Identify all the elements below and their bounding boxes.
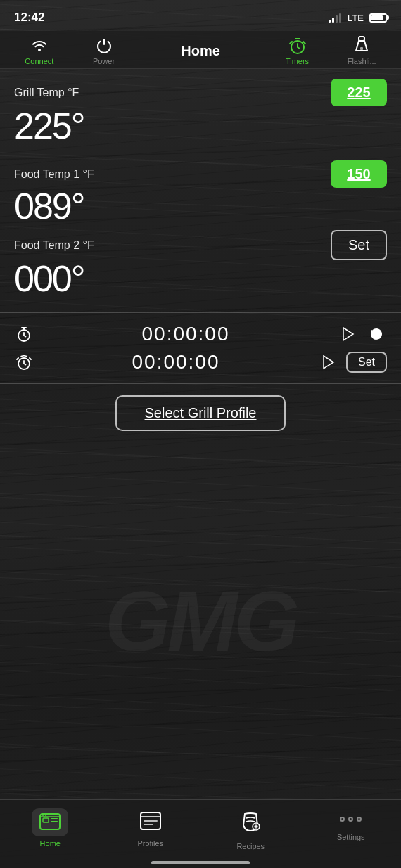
nav-flashlight[interactable]: Flashli... (329, 37, 394, 65)
svg-point-12 (42, 815, 44, 816)
timers-label: Timers (286, 57, 309, 65)
gmg-logo-watermark: GMG (0, 442, 401, 799)
timer-1-play-button[interactable] (338, 324, 359, 345)
home-icon-wrap (32, 808, 68, 836)
select-grill-profile-button[interactable]: Select Grill Profile (115, 395, 286, 431)
tab-recipes[interactable]: Recipes (200, 805, 301, 853)
recipes-icon-wrap (232, 808, 269, 839)
signal-bars-icon (329, 13, 341, 23)
food-temp-2-set-button[interactable]: Set (331, 230, 387, 260)
home-indicator (0, 862, 401, 868)
svg-point-0 (38, 49, 41, 51)
alarm-clock-icon (14, 354, 34, 371)
food-temp-2-label: Food Temp 2 °F (14, 239, 94, 252)
timer-section: 00:00:00 (0, 313, 401, 384)
svg-marker-5 (343, 328, 353, 340)
status-bar: 12:42 LTE (0, 0, 401, 31)
power-label: Power (93, 57, 115, 65)
grill-temp-set-button[interactable]: 225 (331, 79, 387, 106)
tab-home[interactable]: Home (0, 805, 101, 850)
stopwatch-icon (14, 326, 34, 343)
profile-section: Select Grill Profile (0, 384, 401, 442)
tab-settings[interactable]: Settings (301, 805, 402, 844)
tab-home-label: Home (40, 839, 61, 848)
status-icons: LTE (329, 13, 387, 23)
timer-2-set-button[interactable]: Set (346, 352, 387, 373)
tab-settings-label: Settings (337, 833, 365, 841)
food-temp-1-set-button[interactable]: 150 (331, 160, 387, 188)
tab-bar: Home Profiles (0, 799, 401, 862)
food-temp-1-block: Food Temp 1 °F 150 089° (14, 160, 387, 224)
settings-icon-wrap (333, 808, 369, 830)
nav-timers[interactable]: Timers (265, 37, 330, 65)
svg-marker-7 (324, 356, 333, 369)
wifi-icon (30, 37, 49, 55)
profiles-icon-wrap (132, 808, 169, 836)
svg-rect-9 (43, 818, 49, 822)
food-temp-section: Food Temp 1 °F 150 089° Food Temp 2 °F S… (0, 153, 401, 313)
nav-connect[interactable]: Connect (7, 37, 72, 65)
grill-temp-value: 225° (14, 106, 84, 146)
flashlight-icon (352, 37, 371, 55)
timer-1-reset-button[interactable] (366, 324, 387, 345)
food-temp-1-label: Food Temp 1 °F (14, 168, 94, 181)
timer-2-row: 00:00:00 Set (14, 348, 387, 376)
food-temp-1-value: 089° (14, 186, 84, 226)
grill-temp-section: Grill Temp °F 225 225° (0, 69, 401, 153)
tab-profiles[interactable]: Profiles (101, 805, 201, 850)
svg-rect-16 (144, 824, 153, 825)
svg-point-13 (45, 815, 46, 816)
timer-1-row: 00:00:00 (14, 320, 387, 348)
page-title: Home (136, 43, 265, 59)
food-temp-2-block: Food Temp 2 °F Set 000° (14, 230, 387, 297)
connect-label: Connect (25, 57, 53, 65)
food-temp-2-value: 000° (14, 258, 84, 299)
svg-rect-11 (51, 821, 58, 822)
status-time: 12:42 (14, 11, 44, 25)
svg-rect-3 (360, 47, 363, 50)
tab-recipes-label: Recipes (236, 842, 265, 850)
grill-temp-label: Grill Temp °F (14, 87, 79, 99)
tab-profiles-label: Profiles (137, 839, 163, 848)
alarm-icon (288, 37, 307, 55)
main-content: Grill Temp °F 225 225° Food Temp 1 °F 15… (0, 69, 401, 799)
timer-2-play-button[interactable] (318, 352, 339, 373)
timer-1-time: 00:00:00 (41, 323, 331, 345)
settings-dots-icon (340, 811, 362, 827)
lte-label: LTE (347, 13, 364, 23)
timer-2-time: 00:00:00 (41, 351, 311, 374)
flashlight-label: Flashli... (348, 57, 376, 65)
nav-power[interactable]: Power (72, 37, 136, 65)
nav-bar: Connect Power Home T (0, 31, 401, 69)
svg-rect-10 (51, 818, 58, 819)
home-bar (151, 861, 250, 864)
power-icon (95, 37, 113, 55)
svg-rect-15 (144, 820, 158, 822)
battery-icon (369, 13, 387, 23)
